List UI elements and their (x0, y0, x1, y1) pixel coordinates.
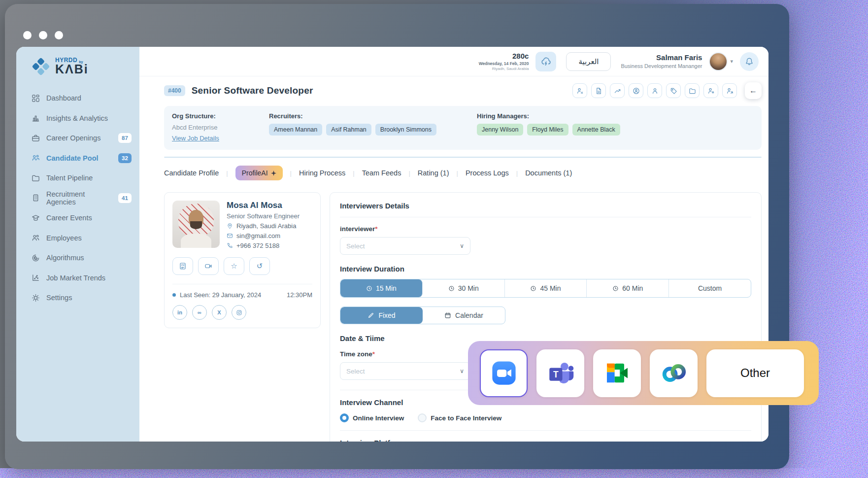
platform-other[interactable]: Other (706, 349, 804, 397)
sidebar-item-dashboard[interactable]: Dashboard (16, 88, 139, 108)
person-share-button[interactable] (722, 83, 737, 98)
linkedin-icon: in (177, 309, 182, 315)
job-id-badge: #400 (164, 85, 185, 96)
count-badge: 87 (118, 133, 132, 143)
chevron-down-icon: ∨ (460, 242, 464, 249)
tab-process-logs[interactable]: Process Logs (466, 169, 509, 177)
tab-profile-ai[interactable]: ProfileAI (235, 166, 283, 180)
interviewer-select[interactable]: Select ∨ (340, 237, 470, 255)
schedule-mode-toggle: Fixed Calendar (340, 307, 505, 324)
support-button[interactable] (629, 83, 643, 98)
notifications-button[interactable] (740, 52, 759, 71)
sidebar-item-settings[interactable]: Settings (16, 288, 139, 308)
hiring-manager-chip[interactable]: Floyd Miles (527, 124, 568, 136)
trend-button[interactable] (610, 83, 625, 98)
duration-option-30[interactable]: 30 Min (423, 279, 505, 297)
sidebar-item-algorithmus[interactable]: Algorithmus (16, 248, 139, 268)
tab-separator: | (290, 170, 292, 177)
hiring-manager-chip[interactable]: Annette Black (572, 124, 620, 136)
mode-fixed[interactable]: Fixed (340, 307, 423, 324)
radio-face-to-face[interactable]: Face to Face Interview (418, 413, 501, 422)
folder-button[interactable] (685, 83, 700, 98)
candidate-location: Riyadh, Saudi Arabia (236, 222, 296, 230)
window-control-dot[interactable] (55, 31, 63, 39)
meeting-platform-picker: T Other (468, 341, 819, 405)
video-call-button[interactable] (198, 257, 219, 275)
weather-summary: 280c Wednesday, 14 Feb, 2020 Riyadh, Sau… (479, 51, 529, 71)
recruiter-chip[interactable]: Brooklyn Simmons (375, 124, 436, 136)
instagram-icon (236, 309, 242, 316)
sidebar-item-career-events[interactable]: Career Events (16, 208, 139, 228)
duration-option-custom[interactable]: Custom (669, 279, 751, 297)
hiring-manager-chip[interactable]: Jenny Wilson (477, 124, 523, 136)
clock-icon (612, 285, 619, 292)
timezone-select[interactable]: Select ∨ (340, 362, 470, 380)
candidate-email[interactable]: sin@gmail.com (236, 232, 280, 239)
sidebar-item-career-openings[interactable]: Career Openings 87 (16, 128, 139, 148)
employees-icon (32, 234, 40, 242)
tab-team-feeds[interactable]: Team Feeds (362, 169, 401, 177)
history-button[interactable]: ↺ (249, 257, 270, 275)
platform-zoom[interactable] (480, 349, 528, 397)
person-remove-button[interactable] (572, 83, 587, 98)
mode-calendar[interactable]: Calendar (423, 307, 505, 324)
tab-documents[interactable]: Documents (1) (525, 169, 572, 177)
candidate-title: Senior Software Engineer (227, 212, 300, 220)
x-button[interactable]: X (212, 305, 227, 320)
tab-candidate-profile[interactable]: Candidate Profile (164, 169, 219, 177)
person-up-button[interactable] (703, 83, 718, 98)
instagram-button[interactable] (232, 305, 246, 320)
sidebar-item-candidate-pool[interactable]: Candidate Pool 32 (16, 148, 139, 169)
tab-rating[interactable]: Rating (1) (418, 169, 449, 177)
language-toggle-button[interactable]: العربية (566, 52, 611, 71)
tab-separator: | (226, 170, 228, 177)
recruiter-chip[interactable]: Ameen Mannan (269, 124, 322, 136)
sidebar-item-employees[interactable]: Employees (16, 228, 139, 248)
weather-button[interactable] (535, 52, 556, 71)
linkedin-button[interactable]: in (172, 305, 187, 320)
back-button[interactable]: ← (745, 82, 762, 99)
duration-option-60[interactable]: 60 Min (587, 279, 669, 297)
sidebar-item-label: Career Openings (46, 134, 100, 142)
view-job-details-link[interactable]: View Job Details (172, 135, 219, 142)
window-control-dot[interactable] (23, 31, 32, 39)
duration-option-45[interactable]: 45 Min (505, 279, 587, 297)
sidebar-item-talent-pipeline[interactable]: Talent Pipeline (16, 168, 139, 188)
duration-option-15[interactable]: 15 Min (340, 279, 423, 297)
recruiter-chip[interactable]: Asif Rahman (326, 124, 371, 136)
tab-separator: | (456, 170, 458, 177)
person-icon (651, 87, 659, 95)
sidebar-item-recruitment-agencies[interactable]: Recruitment Agencies 41 (16, 188, 139, 208)
candidate-phone[interactable]: +966 372 5188 (236, 242, 279, 249)
cv-document-button[interactable]: CV (172, 257, 193, 275)
channel-options: Online Interview Face to Face Interview (340, 413, 751, 422)
meta-icon: ∞ (198, 309, 201, 315)
meta-button[interactable]: ∞ (192, 305, 207, 320)
analytics-icon (32, 114, 40, 122)
tab-hiring-process[interactable]: Hiring Process (299, 169, 345, 177)
sidebar-nav: Dashboard Insights & Analytics Career Op… (16, 88, 139, 308)
favorite-button[interactable]: ☆ (224, 257, 244, 275)
window-control-dot[interactable] (39, 31, 47, 39)
tag-button[interactable] (666, 83, 681, 98)
count-badge: 41 (118, 193, 132, 203)
duration-label: Interview Duration (340, 265, 751, 273)
x-icon: X (217, 309, 221, 315)
sidebar-item-insights[interactable]: Insights & Analytics (16, 108, 139, 129)
user-info: Salman Faris Business Development Manang… (621, 53, 702, 70)
brand-logo[interactable]: HYRDD by KΛBi (16, 57, 139, 76)
sidebar-item-job-market-trends[interactable]: Job Market Trends (16, 268, 139, 288)
platform-google-meet[interactable] (593, 349, 641, 397)
clock-icon (530, 285, 536, 292)
platform-webex[interactable] (650, 349, 698, 397)
user-menu[interactable]: ▾ (709, 52, 733, 71)
platform-microsoft-teams[interactable]: T (536, 349, 584, 397)
radio-online-interview[interactable]: Online Interview (340, 413, 404, 422)
phone-icon (227, 242, 233, 249)
candidate-photo (172, 201, 220, 248)
sidebar-item-label: Career Events (46, 214, 92, 222)
candidate-card: Mosa Al Mosa Senior Software Engineer Ri… (164, 192, 321, 328)
person-button[interactable] (647, 83, 662, 98)
document-button[interactable] (591, 83, 606, 98)
select-placeholder: Select (346, 368, 365, 375)
